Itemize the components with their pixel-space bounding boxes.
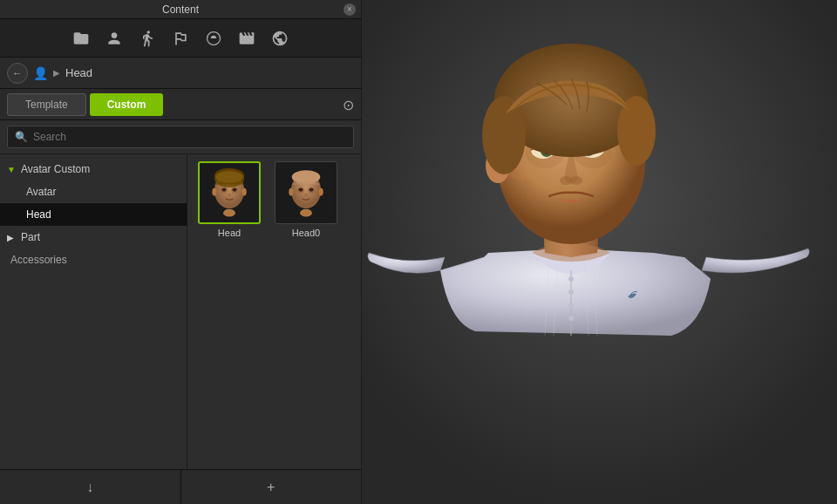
svg-point-46 xyxy=(570,176,582,185)
walk-button[interactable] xyxy=(135,26,160,51)
svg-point-4 xyxy=(242,188,247,196)
add-icon: + xyxy=(267,480,275,495)
svg-point-7 xyxy=(221,187,226,191)
content-area: ▼ Avatar Custom Avatar Head ▶ Part Acces… xyxy=(0,154,361,469)
character-3d-view xyxy=(362,0,837,504)
svg-point-15 xyxy=(289,188,293,196)
tabs-bar: Template Custom ⊙ xyxy=(0,89,361,120)
globe-button[interactable] xyxy=(268,26,292,51)
item-thumb-head0 xyxy=(275,161,337,224)
title-bar-text: Content xyxy=(162,3,199,16)
character-view xyxy=(362,0,837,504)
head0-thumbnail-svg xyxy=(280,167,332,219)
breadcrumb-label: Head xyxy=(65,66,92,79)
tree-item-accessories[interactable]: Accessories xyxy=(0,249,187,271)
action-bar: ↓ + xyxy=(0,469,361,504)
tab-dropdown-button[interactable]: ⊙ xyxy=(343,96,354,112)
search-input[interactable] xyxy=(33,131,346,143)
tree-item-accessories-label: Accessories xyxy=(10,254,67,266)
tree-item-head-label: Head xyxy=(26,208,51,221)
folder-icon xyxy=(72,30,90,47)
walk-icon xyxy=(139,30,156,47)
tree-group-part[interactable]: ▶ Part xyxy=(0,226,187,249)
breadcrumb-chevron-icon: ▶ xyxy=(53,68,60,78)
head-thumbnail-svg xyxy=(203,167,255,219)
tree-group-label-part: Part xyxy=(21,231,40,243)
tree-group-label-avatar-custom: Avatar Custom xyxy=(21,163,90,175)
movie-icon xyxy=(238,30,255,47)
svg-point-12 xyxy=(216,171,243,183)
close-button[interactable]: × xyxy=(344,3,356,16)
tab-custom[interactable]: Custom xyxy=(90,93,164,116)
svg-point-1 xyxy=(223,209,235,217)
left-panel: Content × xyxy=(0,0,362,504)
item-card-head[interactable]: Head xyxy=(194,161,264,238)
back-arrow-icon: ← xyxy=(12,67,23,79)
right-panel xyxy=(362,0,837,504)
back-button[interactable]: ← xyxy=(7,63,28,84)
items-panel: Head xyxy=(187,154,361,469)
person-button[interactable] xyxy=(102,26,126,51)
breadcrumb-bar: ← 👤 ▶ Head xyxy=(0,58,361,89)
svg-point-26 xyxy=(568,289,574,295)
title-bar: Content × xyxy=(0,0,361,19)
tree-group-avatar-custom[interactable]: ▼ Avatar Custom xyxy=(0,158,187,180)
download-icon: ↓ xyxy=(86,480,93,495)
svg-point-49 xyxy=(482,96,526,174)
add-button[interactable]: + xyxy=(181,470,362,504)
tree-item-avatar-label: Avatar xyxy=(26,186,56,198)
svg-point-25 xyxy=(568,276,574,282)
landscape-button[interactable] xyxy=(168,26,193,51)
svg-point-21 xyxy=(304,193,307,196)
search-bar: 🔍 xyxy=(0,120,361,154)
breadcrumb-person-icon: 👤 xyxy=(33,66,48,80)
movie-button[interactable] xyxy=(235,26,259,51)
svg-point-27 xyxy=(568,303,574,308)
item-label-head0: Head0 xyxy=(292,228,320,238)
hat-icon xyxy=(205,30,222,47)
svg-point-8 xyxy=(232,187,236,191)
tree-panel: ▼ Avatar Custom Avatar Head ▶ Part Acces… xyxy=(0,154,187,469)
svg-point-9 xyxy=(228,193,230,196)
expand-avatar-custom-icon: ▼ xyxy=(7,165,17,174)
tree-item-head[interactable]: Head xyxy=(0,203,187,226)
tab-template[interactable]: Template xyxy=(7,93,86,116)
svg-point-16 xyxy=(319,188,323,196)
search-icon: 🔍 xyxy=(15,131,28,143)
svg-point-3 xyxy=(212,188,216,196)
svg-point-19 xyxy=(298,187,303,191)
tree-item-avatar[interactable]: Avatar xyxy=(0,180,187,203)
item-thumb-head xyxy=(198,161,261,224)
download-button[interactable]: ↓ xyxy=(0,470,181,504)
folder-button[interactable] xyxy=(69,26,93,51)
globe-icon xyxy=(271,30,289,47)
item-label-head: Head xyxy=(218,228,241,238)
landscape-icon xyxy=(172,30,189,47)
item-card-head0[interactable]: Head0 xyxy=(271,161,341,238)
person-icon xyxy=(105,30,123,47)
svg-point-28 xyxy=(568,316,574,321)
search-input-wrap: 🔍 xyxy=(7,126,354,148)
svg-point-13 xyxy=(300,209,312,217)
toolbar xyxy=(0,19,361,58)
hat-button[interactable] xyxy=(201,26,226,51)
app-container: Content × xyxy=(0,0,837,504)
svg-point-45 xyxy=(560,176,572,185)
svg-point-50 xyxy=(617,96,656,166)
svg-point-20 xyxy=(309,187,313,191)
expand-part-icon: ▶ xyxy=(7,233,17,242)
